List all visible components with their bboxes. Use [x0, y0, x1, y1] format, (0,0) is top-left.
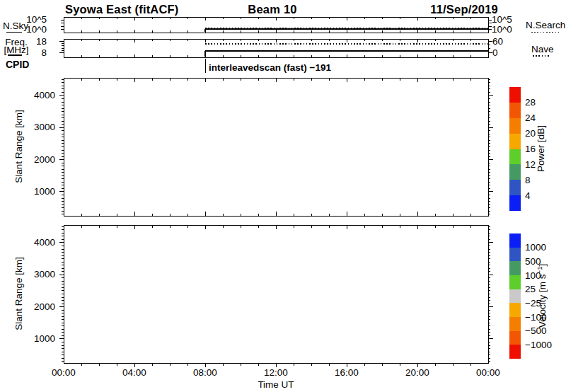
time-tick-label: 04:00	[118, 367, 151, 378]
plot-canvas	[0, 0, 566, 392]
time-tick-label: 00:00	[47, 367, 80, 378]
velocity-range-tick-label: 1000	[21, 333, 55, 344]
power-colorbar-label: 8	[525, 175, 531, 185]
velocity-range-tick-label: 4000	[21, 237, 55, 248]
power-range-tick-label: 2000	[21, 154, 55, 165]
time-tick-label: 00:00	[472, 367, 504, 378]
velocity-range-tick-label: 2000	[21, 301, 55, 312]
velocity-colorbar-label: −25	[525, 298, 541, 309]
superdarn-summary-plot: Syowa East (fitACF) Beam 10 11/Sep/2019 …	[0, 0, 566, 392]
power-colorbar-label: 24	[525, 113, 536, 123]
power-colorbar-label: 28	[525, 97, 536, 108]
velocity-panel	[64, 226, 489, 364]
power-range-tick-label: 1000	[21, 186, 55, 197]
velocity-colorbar-label: −500	[525, 325, 546, 336]
time-tick-label: 12:00	[260, 367, 292, 378]
velocity-range-tick-label: 3000	[21, 269, 55, 279]
power-range-tick-label: 3000	[21, 122, 55, 132]
power-colorbar-label: 12	[525, 159, 536, 170]
power-colorbar-label: 20	[525, 128, 536, 139]
time-tick-label: 08:00	[189, 367, 221, 378]
velocity-colorbar-label: 100	[525, 270, 541, 281]
power-colorbar-label: 16	[525, 144, 536, 154]
time-tick-label: 20:00	[401, 367, 434, 378]
power-range-tick-label: 4000	[21, 90, 55, 100]
velocity-colorbar-label: 500	[525, 256, 541, 267]
velocity-colorbar-label: −100	[525, 312, 546, 323]
time-tick-label: 16:00	[330, 367, 363, 378]
velocity-colorbar-label: 1000	[525, 242, 546, 253]
power-panel	[64, 79, 489, 217]
velocity-colorbar-label: 25	[525, 284, 536, 294]
velocity-colorbar-label: −1000	[525, 340, 552, 350]
power-colorbar-label: 4	[525, 190, 531, 201]
